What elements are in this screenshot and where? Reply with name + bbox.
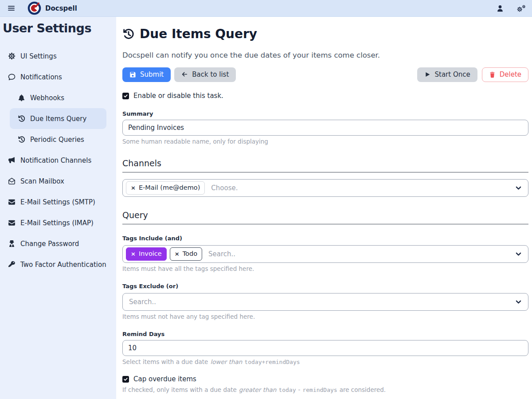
channels-placeholder: Choose. — [211, 184, 238, 192]
sidebar-item-scan-mailbox[interactable]: Scan Mailbox — [0, 171, 116, 192]
user-account-icon[interactable] — [496, 4, 505, 12]
docspell-logo-icon — [27, 1, 41, 15]
tags-exclude-placeholder: Search.. — [129, 298, 156, 306]
history-icon — [122, 28, 134, 40]
check-icon — [123, 94, 128, 98]
gear-icon — [8, 52, 16, 60]
back-to-list-button[interactable]: Back to list — [174, 67, 236, 82]
envelope-open-icon — [8, 177, 16, 185]
sidebar-item-two-factor-auth[interactable]: Two Factor Authentication — [0, 254, 116, 275]
remove-icon[interactable]: × — [131, 184, 136, 192]
delete-button[interactable]: Delete — [482, 67, 528, 82]
channel-chip[interactable]: × E-Mail (me@demo) — [126, 181, 205, 194]
key-icon — [8, 261, 16, 268]
chevron-down-icon[interactable] — [516, 186, 521, 191]
remind-days-label: Remind Days — [122, 331, 528, 337]
tags-include-label: Tags Include (and) — [122, 235, 528, 242]
trash-icon — [489, 71, 496, 78]
remove-icon[interactable]: × — [175, 250, 180, 258]
bell-icon — [18, 94, 25, 102]
enable-task-row: Enable or disable this task. — [122, 92, 528, 100]
sidebar-title: User Settings — [0, 21, 116, 35]
tags-include-help: Items must have all the tags specified h… — [122, 265, 528, 272]
tags-exclude-help: Items must not have any tag specified he… — [122, 313, 528, 320]
main-content: Due Items Query Docspell can notify you … — [116, 17, 532, 399]
sidebar-item-notification-channels[interactable]: Notification Channels — [0, 150, 116, 171]
remind-days-help: Select items with a due datelower thanto… — [122, 358, 528, 365]
sidebar-item-ui-settings[interactable]: UI Settings — [0, 46, 116, 66]
cap-overdue-row: Cap overdue items — [122, 375, 528, 383]
play-icon — [424, 71, 431, 78]
cap-overdue-label: Cap overdue items — [133, 375, 196, 383]
sidebar-item-change-password[interactable]: Change Password — [0, 233, 116, 254]
query-section-title: Query — [122, 210, 528, 224]
topbar: Docspell — [0, 0, 532, 17]
page-title: Due Items Query — [122, 27, 528, 41]
arrow-left-icon — [181, 71, 188, 78]
sidebar-item-periodic-queries[interactable]: Periodic Queries — [0, 129, 116, 150]
sidebar: User Settings UI Settings Notifications … — [0, 17, 116, 399]
cap-overdue-checkbox[interactable] — [122, 376, 129, 383]
history-icon — [18, 136, 25, 143]
sidebar-item-notifications[interactable]: Notifications — [0, 66, 116, 87]
tags-include-select[interactable]: × Invoice × Todo Search.. — [122, 245, 528, 263]
save-icon — [129, 71, 136, 78]
chevron-down-icon[interactable] — [516, 252, 521, 257]
sidebar-nav: UI Settings Notifications Webhooks Due I… — [0, 46, 116, 275]
history-icon — [18, 115, 25, 122]
tags-include-placeholder: Search.. — [208, 250, 235, 258]
envelope-icon — [8, 219, 16, 227]
user-secret-icon — [8, 240, 16, 247]
app-title: Docspell — [45, 4, 77, 12]
envelope-icon — [8, 198, 16, 206]
page-subtitle: Docspell can notify you once the due dat… — [122, 51, 528, 59]
summary-input[interactable] — [122, 120, 528, 136]
tag-chip-invoice[interactable]: × Invoice — [126, 247, 167, 260]
channels-select[interactable]: × E-Mail (me@demo) Choose. — [122, 179, 528, 197]
enable-task-checkbox[interactable] — [122, 93, 129, 99]
chevron-down-icon[interactable] — [516, 300, 521, 305]
start-once-button[interactable]: Start Once — [417, 67, 477, 82]
channels-section-title: Channels — [122, 158, 528, 172]
tags-exclude-select[interactable]: Search.. — [122, 293, 528, 311]
action-buttons-row: Submit Back to list Start Once Delete — [122, 67, 528, 82]
remove-icon[interactable]: × — [131, 250, 136, 258]
summary-help: Some human readable name, only for displ… — [122, 138, 528, 145]
menu-icon[interactable] — [6, 4, 16, 13]
sidebar-item-due-items-query[interactable]: Due Items Query — [10, 108, 106, 129]
tags-exclude-label: Tags Exclude (or) — [122, 283, 528, 289]
cap-overdue-help: If checked, only items with a due dategr… — [122, 386, 528, 393]
sidebar-item-email-settings-imap[interactable]: E-Mail Settings (IMAP) — [0, 212, 116, 233]
remind-days-input[interactable] — [122, 340, 528, 356]
sidebar-item-webhooks[interactable]: Webhooks — [0, 87, 116, 108]
check-icon — [123, 377, 128, 382]
sidebar-item-email-settings-smtp[interactable]: E-Mail Settings (SMTP) — [0, 192, 116, 212]
comment-icon — [8, 73, 16, 81]
summary-label: Summary — [122, 110, 528, 117]
app-logo[interactable]: Docspell — [27, 1, 77, 15]
enable-task-label: Enable or disable this task. — [133, 92, 223, 100]
submit-button[interactable]: Submit — [122, 67, 171, 82]
tag-chip-todo[interactable]: × Todo — [170, 247, 202, 260]
bullhorn-icon — [8, 156, 16, 164]
processing-gears-icon[interactable] — [517, 4, 526, 12]
